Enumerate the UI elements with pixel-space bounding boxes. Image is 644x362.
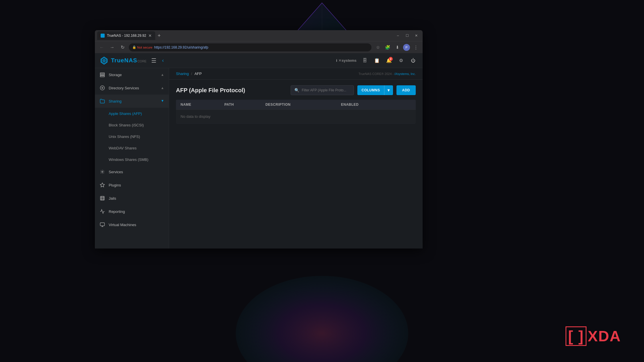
svg-rect-19	[100, 223, 105, 226]
main-area: Sharing / AFP TrueNAS CORE® 2024 - iXsys…	[169, 68, 423, 249]
browser-titlebar: TrueNAS - 192.168.29.92 ✕ + – ☐ ✕	[95, 30, 423, 41]
webdav-shares-label: WebDAV Shares	[109, 146, 137, 150]
notifications-button[interactable]: 🔔 2	[384, 56, 394, 66]
sidebar-reporting-label: Reporting	[109, 209, 164, 214]
profile-button[interactable]: P	[403, 44, 410, 51]
sidebar-item-storage[interactable]: Storage ▲	[95, 68, 169, 81]
sidebar-item-sharing[interactable]: Sharing ▲	[95, 95, 169, 108]
svg-rect-9	[100, 74, 105, 76]
minimize-button[interactable]: –	[394, 33, 402, 38]
sidebar-directory-services-label: Directory Services	[109, 86, 157, 90]
sidebar-subitem-block-shares[interactable]: Block Shares (iSCSI)	[95, 119, 169, 131]
sidebar-item-jails[interactable]: Jails	[95, 192, 169, 205]
logo-core-text: CORE	[137, 59, 147, 63]
reload-button[interactable]: ↻	[118, 43, 126, 51]
close-button[interactable]: ✕	[412, 33, 420, 38]
add-button[interactable]: ADD	[396, 85, 416, 95]
data-table: Name Path Description Enabled No data to…	[176, 100, 416, 124]
plugins-icon	[99, 182, 105, 188]
svg-point-4	[236, 276, 408, 362]
sidebar-subitem-unix-shares[interactable]: Unix Shares (NFS)	[95, 131, 169, 142]
back-nav-button[interactable]: ←	[98, 43, 106, 51]
search-input[interactable]	[302, 88, 350, 92]
apple-shares-label: Apple Shares (AFP)	[109, 111, 142, 116]
notification-badge: 2	[389, 57, 393, 61]
header-back-button[interactable]: ‹	[161, 56, 165, 65]
column-name: Name	[176, 100, 220, 110]
settings-button[interactable]: ⚙	[396, 56, 406, 66]
header-actions: 🗄 📋 🔔 2 ⚙ ⏻	[360, 56, 418, 66]
sidebar-item-services[interactable]: Services	[95, 165, 169, 178]
ixsystems-link[interactable]: iXsystems, Inc.	[394, 72, 416, 76]
directory-services-icon	[99, 85, 105, 91]
breadcrumb-current-page: AFP	[194, 72, 202, 76]
svg-point-12	[102, 87, 103, 89]
content-area: AFP (Apple File Protocol) 🔍 COLUMNS ▼ AD…	[169, 80, 423, 249]
reporting-icon	[99, 209, 105, 214]
sidebar: Storage ▲ Directory Services ▲	[95, 68, 169, 249]
logo-icon	[99, 56, 109, 65]
download-button[interactable]: ⬇	[393, 43, 401, 51]
sidebar-subitem-apple-shares[interactable]: Apple Shares (AFP)	[95, 108, 169, 119]
ix-systems-logo: i ✕systems	[336, 58, 356, 63]
sidebar-item-virtual-machines[interactable]: Virtual Machines	[95, 218, 169, 231]
window-controls: – ☐ ✕	[394, 33, 420, 38]
breadcrumb-sharing-link[interactable]: Sharing	[176, 72, 189, 76]
svg-rect-8	[100, 73, 105, 74]
sidebar-services-label: Services	[109, 170, 164, 174]
hamburger-menu-button[interactable]: ☰	[150, 56, 158, 65]
sidebar-storage-label: Storage	[109, 73, 157, 77]
address-bar[interactable]: 🔒 Not secure https://192.168.29.92/ui/sh…	[129, 43, 371, 51]
browser-tab-active[interactable]: TrueNAS - 192.168.29.92 ✕	[97, 31, 155, 40]
database-icon: 🗄	[363, 58, 367, 63]
sharing-icon	[99, 98, 105, 104]
tab-close-button[interactable]: ✕	[148, 33, 152, 38]
breadcrumb-bar: Sharing / AFP TrueNAS CORE® 2024 - iXsys…	[169, 68, 423, 80]
table-header: Name Path Description Enabled	[176, 100, 416, 110]
column-enabled: Enabled	[336, 100, 396, 110]
columns-dropdown-button[interactable]: ▼	[384, 85, 393, 95]
clipboard-icon-button[interactable]: 📋	[372, 56, 382, 66]
directory-services-arrow-icon: ▲	[161, 86, 164, 90]
storage-icon	[99, 72, 105, 78]
new-tab-button[interactable]: +	[158, 33, 161, 39]
extensions-button[interactable]: 🧩	[384, 43, 392, 51]
table-header-row: Name Path Description Enabled	[176, 100, 416, 110]
columns-button[interactable]: COLUMNS	[357, 85, 384, 95]
forward-nav-button[interactable]: →	[108, 43, 116, 51]
app-content: TrueNAS CORE ☰ ‹ i ✕systems 🗄 📋	[95, 53, 423, 249]
menu-button[interactable]: ⋮	[412, 43, 420, 51]
sidebar-item-reporting[interactable]: Reporting	[95, 205, 169, 218]
power-icon: ⏻	[411, 58, 415, 63]
storage-icon-button[interactable]: 🗄	[360, 56, 370, 66]
settings-icon: ⚙	[399, 58, 403, 63]
power-button[interactable]: ⏻	[408, 56, 418, 66]
storage-arrow-icon: ▲	[161, 73, 164, 77]
sidebar-item-directory-services[interactable]: Directory Services ▲	[95, 81, 169, 95]
sidebar-item-plugins[interactable]: Plugins	[95, 178, 169, 192]
svg-point-11	[100, 86, 105, 90]
sidebar-subitem-windows-shares[interactable]: Windows Shares (SMB)	[95, 154, 169, 165]
sidebar-jails-label: Jails	[109, 196, 164, 201]
sharing-arrow-icon: ▲	[161, 99, 164, 103]
star-button[interactable]: ☆	[374, 43, 382, 51]
ix-systems-text: ✕systems	[338, 58, 356, 63]
column-description: Description	[261, 100, 336, 110]
sidebar-subitem-webdav-shares[interactable]: WebDAV Shares	[95, 142, 169, 154]
svg-point-13	[102, 171, 103, 173]
svg-rect-10	[100, 76, 105, 77]
browser-window: TrueNAS - 192.168.29.92 ✕ + – ☐ ✕ ← → ↻ …	[95, 30, 423, 249]
truenas-logo: TrueNAS CORE	[99, 56, 147, 65]
svg-rect-14	[100, 196, 104, 200]
no-data-message: No data to display	[176, 110, 416, 124]
unix-shares-label: Unix Shares (NFS)	[109, 134, 140, 139]
app-body: Storage ▲ Directory Services ▲	[95, 68, 423, 249]
no-data-row: No data to display	[176, 110, 416, 124]
services-icon	[99, 169, 105, 175]
table-body: No data to display	[176, 110, 416, 124]
page-title: AFP (Apple File Protocol)	[176, 87, 287, 94]
search-box[interactable]: 🔍	[291, 85, 354, 95]
search-icon: 🔍	[294, 88, 299, 93]
ix-logo-mark: i	[336, 58, 337, 63]
maximize-button[interactable]: ☐	[403, 33, 411, 38]
